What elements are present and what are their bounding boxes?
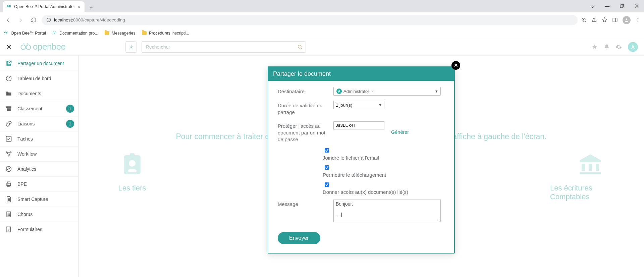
send-button[interactable]: Envoyer — [278, 232, 320, 244]
window-dropdown-icon[interactable]: ⌄ — [585, 0, 600, 12]
sidebar-item-bpe[interactable]: BPE — [0, 176, 78, 191]
svg-point-8 — [638, 19, 638, 20]
back-button[interactable] — [3, 15, 13, 25]
sidebar-item-filing[interactable]: Classement 1 — [0, 101, 78, 116]
attach-label: Joindre le fichier à l'email — [323, 155, 445, 161]
bookmarks-bar: Open Bee™ Portal Documentation pro... Me… — [0, 28, 644, 38]
reload-button[interactable] — [29, 15, 38, 25]
form-icon — [5, 226, 13, 233]
sidebar-item-workflow[interactable]: Workflow — [0, 146, 78, 161]
svg-point-6 — [626, 18, 628, 20]
sidebar-item-chorus[interactable]: Chorus — [0, 207, 78, 222]
svg-point-10 — [4, 32, 6, 33]
svg-point-7 — [638, 18, 638, 19]
modal-close-button[interactable]: ✕ — [451, 61, 460, 70]
sidebar-item-forms[interactable]: Formulaires — [0, 222, 78, 237]
sidebar-item-share[interactable]: Partager un document — [0, 56, 78, 71]
bookmark-item[interactable]: Open Bee™ Portal — [3, 31, 46, 36]
chevron-down-icon[interactable]: ▼ — [435, 89, 438, 93]
address-bar[interactable]: localhost:8000/capture/videocoding — [42, 15, 578, 25]
main-content: Pour commencer à traiter et ............… — [78, 38, 644, 277]
bookmark-item[interactable]: Messageries — [104, 31, 136, 36]
folder-icon — [142, 31, 147, 36]
sidebar-item-label: Liaisons — [17, 121, 35, 126]
sidebar-item-smartcapture[interactable]: Smart Capture — [0, 191, 78, 207]
bee-icon — [52, 31, 57, 36]
generate-link[interactable]: Générer — [391, 129, 409, 135]
maximize-button[interactable] — [614, 0, 629, 12]
sidebar-badge: 1 — [66, 120, 74, 128]
bell-icon[interactable] — [604, 44, 610, 50]
bookmark-item[interactable]: Documentation pro... — [52, 31, 98, 36]
profile-avatar-icon[interactable] — [623, 16, 631, 24]
sidebar-item-tasks[interactable]: Tâches — [0, 131, 78, 146]
svg-point-0 — [7, 5, 8, 7]
modal-title: Partager le document — [268, 67, 454, 81]
linked-docs-label: Donner accès au(x) document(s) lié(s) — [323, 189, 445, 195]
star-icon[interactable] — [592, 44, 598, 50]
password-input[interactable] — [333, 121, 384, 129]
doc-list-icon — [5, 211, 13, 218]
kebab-menu-icon[interactable] — [635, 17, 641, 23]
close-icon[interactable]: × — [77, 4, 80, 9]
sidebar: Partager un document Tableau de bord Doc… — [0, 38, 78, 277]
message-textarea[interactable] — [333, 200, 441, 222]
link-icon — [5, 120, 13, 127]
sidebar-item-label: Workflow — [17, 151, 37, 157]
duration-select[interactable]: 1 jour(s) ▼ — [333, 101, 384, 109]
password-label: Protéger l'accès au document par un mot … — [278, 121, 331, 143]
share-url-icon[interactable] — [591, 17, 597, 23]
openbee-logo[interactable]: openbee — [20, 42, 66, 52]
svg-point-20 — [10, 152, 11, 153]
attach-checkbox[interactable] — [325, 148, 329, 153]
svg-point-13 — [55, 32, 56, 33]
gear-icon[interactable] — [616, 44, 622, 50]
modal-overlay: ✕ Partager le document Destinataire A Ad… — [78, 56, 644, 277]
chevron-down-icon[interactable]: ▼ — [378, 103, 382, 107]
sidebar-item-documents[interactable]: Documents — [0, 86, 78, 101]
svg-point-9 — [638, 21, 638, 22]
remove-chip-icon[interactable]: × — [372, 89, 374, 93]
bookmark-item[interactable]: Procédures inscripti... — [142, 31, 189, 36]
address-bar-actions — [581, 16, 641, 24]
allow-download-checkbox[interactable] — [325, 165, 329, 170]
browser-tab[interactable]: Open Bee™ Portal Administrator × — [3, 1, 85, 12]
close-sidebar-icon[interactable]: ✕ — [6, 43, 14, 51]
folder-icon — [5, 90, 13, 97]
allow-download-label: Permettre le téléchargement — [323, 172, 445, 178]
side-panel-icon[interactable] — [612, 17, 618, 23]
flow-icon — [5, 151, 13, 157]
sidebar-item-links[interactable]: Liaisons 1 — [0, 116, 78, 131]
recipient-chip[interactable]: A Administrator × — [335, 88, 375, 94]
site-info-icon[interactable] — [46, 17, 51, 22]
sidebar-item-dashboard[interactable]: Tableau de bord — [0, 71, 78, 86]
address-bar-row: localhost:8000/capture/videocoding — [0, 12, 644, 28]
folder-icon — [104, 31, 110, 36]
printer-icon — [5, 181, 13, 187]
bookmark-star-icon[interactable] — [602, 17, 607, 23]
sidebar-item-label: Classement — [17, 106, 42, 111]
search-icon[interactable] — [297, 44, 303, 50]
recipient-select[interactable]: A Administrator × ▼ — [333, 87, 441, 96]
zoom-icon[interactable] — [581, 17, 587, 23]
sidebar-item-analytics[interactable]: Analytics — [0, 161, 78, 176]
close-window-button[interactable] — [629, 0, 644, 12]
svg-rect-5 — [613, 18, 617, 22]
user-avatar[interactable]: A — [628, 42, 638, 52]
minimize-button[interactable]: — — [600, 0, 614, 12]
chip-name: Administrator — [343, 89, 369, 94]
forward-button[interactable] — [16, 15, 25, 25]
url-host: localhost:8000/capture/videocoding — [54, 17, 125, 22]
search-input[interactable] — [142, 41, 306, 53]
linked-docs-checkbox[interactable] — [325, 182, 329, 187]
duration-value: 1 jour(s) — [336, 103, 353, 108]
doc-lines-icon — [5, 196, 13, 203]
archive-icon — [5, 105, 13, 112]
download-button[interactable] — [125, 41, 137, 53]
svg-point-12 — [53, 32, 54, 33]
svg-point-14 — [21, 45, 26, 50]
topbar-right: A — [592, 42, 638, 52]
sidebar-item-label: Chorus — [17, 212, 33, 217]
new-tab-button[interactable]: + — [87, 3, 96, 12]
sidebar-item-label: Documents — [17, 91, 41, 96]
